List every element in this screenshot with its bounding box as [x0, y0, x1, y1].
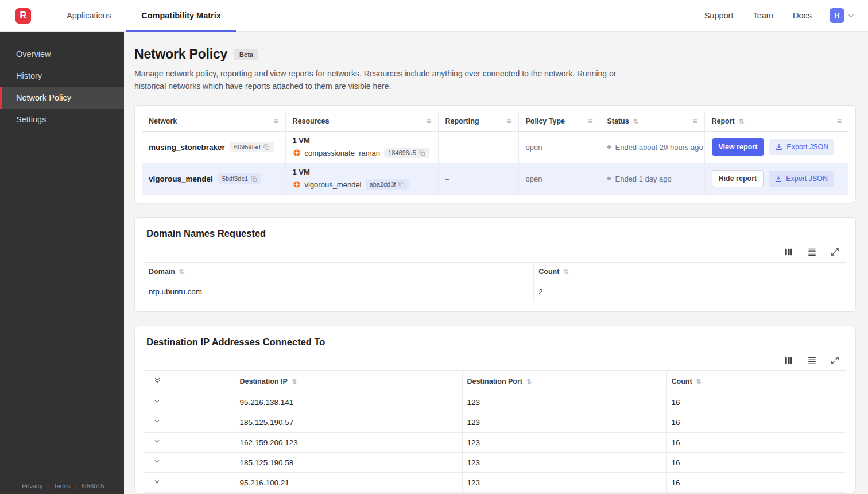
expand-all-header[interactable] — [144, 371, 235, 392]
nav-team[interactable]: Team — [743, 11, 782, 20]
column-header-network[interactable]: Network≡ — [142, 111, 285, 132]
column-header-destination-port[interactable]: Destination Port⇅ — [462, 371, 666, 392]
status-dot-icon — [607, 177, 611, 180]
columns-view-icon[interactable] — [784, 247, 793, 257]
terms-link[interactable]: Terms — [53, 483, 71, 489]
resource-name[interactable]: vigorous_mendel — [305, 180, 362, 189]
copy-icon[interactable] — [398, 182, 405, 188]
topbar: R Applications Compatibility Matrix Supp… — [0, 0, 868, 32]
sort-icon: ⇅ — [526, 379, 532, 385]
destination-port-cell: 123 — [462, 453, 666, 473]
export-json-button[interactable]: Export JSON — [769, 171, 834, 187]
column-label: Destination Port — [467, 377, 523, 385]
sidebar: Overview History Network Policy Settings… — [0, 32, 124, 494]
network-table-row[interactable]: vigorous_mendel 5bdf3dc1 1 VM — [142, 163, 848, 195]
user-avatar[interactable]: H — [830, 8, 844, 23]
double-chevron-down-icon[interactable] — [153, 376, 161, 384]
network-cell: vigorous_mendel 5bdf3dc1 — [142, 163, 285, 195]
expand-row-chevron-icon[interactable] — [153, 438, 161, 445]
column-label: Resources — [293, 117, 330, 125]
expand-row-chevron-icon[interactable] — [153, 397, 161, 405]
column-menu-icon[interactable]: ≡ — [273, 117, 278, 125]
reporting-cell: – — [438, 163, 518, 195]
nav-applications[interactable]: Applications — [52, 0, 126, 31]
column-header-reporting[interactable]: Reporting≡ — [438, 111, 518, 132]
export-json-button[interactable]: Export JSON — [769, 139, 834, 155]
resource-id: aba2dd3f — [370, 181, 396, 188]
nav-docs[interactable]: Docs — [783, 11, 822, 20]
column-menu-icon[interactable]: ≡ — [426, 117, 431, 125]
status-cell: Ended 1 day ago — [600, 163, 704, 195]
destination-port-cell: 123 — [462, 433, 666, 453]
sort-icon: ⇅ — [739, 118, 744, 125]
column-menu-icon[interactable]: ≡ — [837, 117, 842, 125]
column-header-destination-ip[interactable]: Destination IP⇅ — [235, 371, 462, 392]
report-toggle-button[interactable]: Hide report — [712, 170, 764, 187]
destinations-table: Destination IP⇅ Destination Port⇅ Count⇅… — [144, 370, 846, 493]
report-cell: View report Export JSON — [704, 132, 848, 163]
main-content: Network PolicyBeta Manage network policy… — [124, 32, 868, 494]
status-cell: Ended about 20 hours ago — [600, 132, 704, 163]
download-icon — [775, 143, 783, 151]
domains-card: Domain Names Requested Domain⇅ Count⇅ — [134, 217, 856, 312]
column-header-resources[interactable]: Resources≡ — [285, 111, 438, 132]
expand-row-chevron-icon[interactable] — [153, 458, 161, 465]
fullscreen-icon[interactable] — [831, 356, 839, 365]
expand-row-chevron-icon[interactable] — [153, 418, 161, 425]
expander-cell — [144, 392, 235, 412]
table-toolbar — [135, 247, 855, 257]
networks-card: Network≡ Resources≡ Reporting≡ Policy Ty… — [134, 105, 856, 203]
column-menu-icon[interactable]: ≡ — [588, 117, 592, 125]
resource-icon — [293, 180, 301, 188]
chevron-down-icon[interactable] — [847, 11, 855, 20]
count-cell: 2 — [534, 281, 846, 302]
destination-port-cell: 123 — [462, 412, 666, 433]
column-header-report[interactable]: Report⇅≡ — [704, 111, 848, 132]
list-view-icon[interactable] — [807, 356, 817, 365]
column-label: Destination IP — [240, 377, 288, 385]
columns-view-icon[interactable] — [784, 356, 793, 365]
privacy-link[interactable]: Privacy — [22, 483, 42, 489]
network-table-row[interactable]: musing_stonebraker 60959fad 1 VM — [142, 132, 848, 163]
resource-name[interactable]: compassionate_raman — [305, 149, 381, 157]
column-header-count[interactable]: Count⇅ — [534, 263, 846, 281]
column-header-status[interactable]: Status⇅≡ — [600, 111, 704, 132]
sidebar-nav: Overview History Network Policy Settings — [0, 43, 124, 130]
version-id: 5f56b15 — [82, 483, 104, 489]
app-logo[interactable]: R — [16, 8, 31, 24]
destination-ip-cell: 185.125.190.58 — [235, 453, 462, 473]
report-toggle-button[interactable]: View report — [712, 138, 765, 156]
list-view-icon[interactable] — [807, 247, 817, 257]
column-header-domain[interactable]: Domain⇅ — [144, 263, 534, 281]
sidebar-item[interactable]: History — [0, 65, 124, 87]
status-text: Ended about 20 hours ago — [615, 143, 703, 152]
column-header-policy-type[interactable]: Policy Type≡ — [518, 111, 600, 132]
column-menu-icon[interactable]: ≡ — [692, 117, 697, 125]
download-icon — [774, 175, 782, 183]
vm-count: 1 VM — [293, 136, 431, 145]
sidebar-item[interactable]: Settings — [0, 109, 124, 130]
expander-cell — [144, 412, 235, 433]
domains-header-row: Domain⇅ Count⇅ — [144, 263, 846, 281]
domain-cell: ntp.ubuntu.com — [144, 281, 534, 302]
count-cell: 16 — [666, 433, 846, 453]
expand-row-chevron-icon[interactable] — [153, 478, 161, 485]
nav-support[interactable]: Support — [695, 11, 743, 20]
network-name: vigorous_mendel — [149, 175, 213, 183]
column-menu-icon[interactable]: ≡ — [506, 117, 511, 125]
column-label: Report — [712, 117, 735, 125]
page-description: Manage network policy, reporting and vie… — [134, 68, 645, 92]
page-head: Network PolicyBeta Manage network policy… — [134, 47, 856, 92]
copy-icon[interactable] — [251, 176, 257, 182]
copy-icon[interactable] — [264, 144, 270, 150]
column-header-count[interactable]: Count⇅ — [666, 371, 846, 392]
networks-header-row: Network≡ Resources≡ Reporting≡ Policy Ty… — [142, 111, 848, 132]
copy-icon[interactable] — [419, 150, 425, 156]
sidebar-item[interactable]: Network Policy — [0, 87, 124, 109]
nav-compatibility-matrix[interactable]: Compatibility Matrix — [126, 0, 236, 31]
fullscreen-icon[interactable] — [831, 248, 839, 256]
divider: | — [75, 483, 77, 489]
column-label: Count — [672, 377, 692, 385]
topbar-right: Support Team Docs H — [695, 0, 868, 31]
sidebar-item[interactable]: Overview — [0, 43, 124, 65]
